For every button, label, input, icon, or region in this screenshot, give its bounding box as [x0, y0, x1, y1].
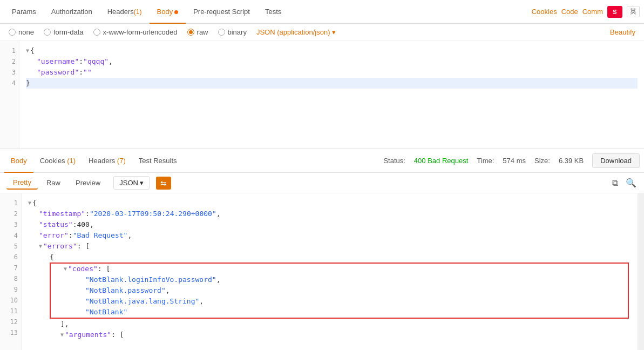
request-line-numbers: 1 2 3 4 — [0, 41, 19, 149]
download-button[interactable]: Download — [592, 153, 640, 168]
format-label: JSON — [119, 179, 138, 187]
time-label: Time: — [477, 157, 494, 165]
beautify-button[interactable]: Beautify — [610, 28, 635, 36]
request-code-line-1: ▼ { — [26, 45, 638, 56]
top-right-area: Cookies Code Comm S 英 — [532, 6, 640, 18]
request-body-editor: 1 2 3 4 ▼ { "username":"qqqq", "password… — [0, 41, 644, 149]
view-preview-button[interactable]: Preview — [69, 177, 107, 189]
radio-circle-raw — [187, 29, 194, 36]
response-scrollbar[interactable] — [638, 193, 644, 350]
resp-tab-test-results[interactable]: Test Results — [132, 149, 184, 173]
fold-arrow-resp-7[interactable]: ▼ — [64, 264, 67, 274]
response-status-area: Status: 400 Bad Request Time: 574 ms Siz… — [383, 153, 640, 168]
response-code-content[interactable]: ▼ { "timestamp": "2020-03-17T09:50:24.29… — [22, 193, 638, 350]
radio-circle-urlencoded — [93, 29, 100, 36]
request-tabs-bar: Params Authorization Headers(1) Body Pre… — [0, 0, 644, 24]
response-icon-area: ⧉ 🔍 — [611, 177, 638, 189]
json-format-select[interactable]: JSON (application/json) ▾ — [256, 28, 336, 36]
request-code-content[interactable]: ▼ { "username":"qqqq", "password":"" } — [19, 41, 644, 149]
tab-tests[interactable]: Tests — [257, 0, 289, 24]
radio-urlencoded[interactable]: x-www-form-urlencoded — [93, 28, 178, 36]
resp-line-13: ▼ "arguments": [ — [28, 329, 631, 340]
copy-icon[interactable]: ⧉ — [611, 177, 619, 189]
resp-tab-headers[interactable]: Headers (7) — [82, 149, 132, 173]
resp-line-1: ▼ { — [28, 198, 631, 208]
view-raw-button[interactable]: Raw — [40, 177, 67, 189]
size-value: 6.39 KB — [559, 157, 584, 165]
cookies-link[interactable]: Cookies — [532, 8, 557, 16]
view-pretty-button[interactable]: Pretty — [6, 176, 38, 190]
language-button[interactable]: 英 — [627, 6, 640, 17]
resp-line-7: ▼ "codes": [ — [53, 264, 626, 274]
radio-circle-none — [9, 29, 16, 36]
status-value: 400 Bad Request — [414, 157, 468, 165]
search-icon[interactable]: 🔍 — [625, 177, 638, 189]
resp-tab-cookies[interactable]: Cookies (1) — [33, 149, 82, 173]
wrap-icon: ⇆ — [160, 179, 167, 187]
wrap-button[interactable]: ⇆ — [156, 177, 171, 190]
tab-params[interactable]: Params — [4, 0, 44, 24]
body-dot-indicator — [174, 10, 178, 14]
fold-arrow-resp-1[interactable]: ▼ — [28, 198, 31, 208]
status-label: Status: — [383, 157, 405, 165]
resp-line-9: "NotBlank.password", — [53, 285, 626, 296]
size-label: Size: — [534, 157, 550, 165]
highlight-box: ▼ "codes": [ "NotBlank.loginInfoVo.passw… — [50, 262, 629, 319]
body-type-row: none form-data x-www-form-urlencoded raw… — [0, 24, 644, 41]
comm-link[interactable]: Comm — [582, 8, 603, 16]
resp-line-4: "error": "Bad Request", — [28, 230, 631, 241]
tab-pre-request[interactable]: Pre-request Script — [186, 0, 257, 24]
fold-arrow-1[interactable]: ▼ — [26, 45, 29, 56]
chevron-down-icon: ▾ — [332, 28, 336, 36]
resp-line-6: { — [28, 252, 631, 262]
response-tabs-bar: Body Cookies (1) Headers (7) Test Result… — [0, 149, 644, 173]
resp-line-12: ], — [28, 319, 631, 329]
tab-authorization[interactable]: Authorization — [44, 0, 100, 24]
radio-binary[interactable]: binary — [218, 28, 247, 36]
tab-body[interactable]: Body — [150, 0, 186, 24]
code-link[interactable]: Code — [561, 8, 578, 16]
response-toolbar: Pretty Raw Preview JSON ▾ ⇆ ⧉ 🔍 — [0, 173, 644, 193]
radio-none[interactable]: none — [9, 28, 34, 36]
request-code-line-4: } — [26, 78, 638, 89]
fold-arrow-resp-13[interactable]: ▼ — [60, 329, 64, 340]
resp-line-2: "timestamp": "2020-03-17T09:50:24.290+00… — [28, 208, 631, 219]
radio-circle-binary — [218, 29, 225, 36]
resp-line-5: ▼ "errors": [ — [28, 241, 631, 252]
response-format-select[interactable]: JSON ▾ — [113, 176, 150, 190]
resp-line-11: "NotBlank" — [53, 307, 626, 318]
radio-form-data[interactable]: form-data — [44, 28, 84, 36]
response-code-editor: 1 2 3 4 5 6 7 8 9 10 11 12 13 ▼ { "times… — [0, 193, 644, 350]
fold-arrow-resp-5[interactable]: ▼ — [39, 241, 42, 252]
tab-headers[interactable]: Headers(1) — [100, 0, 150, 24]
radio-raw[interactable]: raw — [187, 28, 208, 36]
format-chevron-icon: ▾ — [140, 179, 144, 187]
request-code-line-3: "password":"" — [26, 67, 638, 78]
radio-circle-form-data — [44, 29, 51, 36]
response-line-numbers: 1 2 3 4 5 6 7 8 9 10 11 12 13 — [0, 193, 22, 350]
sogou-logo: S — [607, 6, 622, 18]
resp-line-8: "NotBlank.loginInfoVo.password", — [53, 274, 626, 285]
resp-tab-body[interactable]: Body — [4, 149, 33, 173]
time-value: 574 ms — [503, 157, 526, 165]
resp-line-10: "NotBlank.java.lang.String", — [53, 296, 626, 307]
resp-line-3: "status": 400, — [28, 219, 631, 230]
request-code-line-2: "username":"qqqq", — [26, 56, 638, 67]
